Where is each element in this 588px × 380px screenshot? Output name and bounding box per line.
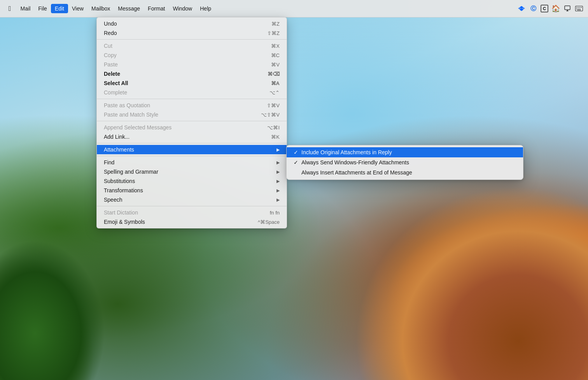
svg-rect-3	[578, 7, 579, 8]
menu-transformations[interactable]: Transformations ▶	[97, 186, 287, 195]
svg-rect-8	[579, 9, 580, 9]
speech-arrow-icon: ▶	[276, 197, 280, 202]
menubar-mail[interactable]: Mail	[17, 4, 35, 13]
svg-rect-5	[581, 7, 582, 8]
menu-delete[interactable]: Delete ⌘⌫	[97, 69, 287, 78]
submenu-windows-friendly[interactable]: ✓ Always Send Windows-Friendly Attachmen…	[287, 157, 523, 167]
menubar-window[interactable]: Window	[169, 4, 196, 13]
menu-paste-quotation[interactable]: Paste as Quotation ⇧⌘V	[97, 101, 287, 110]
menubar-format[interactable]: Format	[144, 4, 169, 13]
substitutions-arrow-icon: ▶	[276, 179, 280, 184]
menu-sep-5	[97, 156, 287, 156]
menubar-edit[interactable]: Edit	[51, 4, 68, 13]
attachments-submenu: ✓ Include Original Attachments in Reply …	[286, 145, 523, 180]
menu-attachments[interactable]: Attachments ▶	[97, 145, 287, 154]
keyboard-icon[interactable]	[575, 4, 583, 13]
apple-menu[interactable]: 	[5, 3, 15, 14]
menu-cut[interactable]: Cut ⌘X	[97, 41, 287, 51]
windows-friendly-checkmark: ✓	[294, 159, 301, 166]
menu-select-all[interactable]: Select All ⌘A	[97, 78, 287, 88]
svg-rect-6	[576, 9, 577, 9]
menu-spelling[interactable]: Spelling and Grammar ▶	[97, 167, 287, 176]
carboncopy-icon[interactable]: C	[541, 5, 548, 12]
menu-sep-4	[97, 143, 287, 143]
spelling-arrow-icon: ▶	[276, 169, 280, 174]
menubar-mailbox[interactable]: Mailbox	[88, 4, 114, 13]
menu-sep-3	[97, 121, 287, 121]
dropbox-icon[interactable]	[517, 4, 526, 13]
menubar-message[interactable]: Message	[114, 4, 144, 13]
menu-substitutions[interactable]: Substitutions ▶	[97, 176, 287, 186]
menu-sep-2	[97, 99, 287, 99]
menu-undo[interactable]: Undo ⌘Z	[97, 19, 287, 28]
menu-emoji[interactable]: Emoji & Symbols ^⌘Space	[97, 217, 287, 227]
menubar-right-icons: Ⓒ C 🏠	[517, 4, 583, 13]
menu-speech[interactable]: Speech ▶	[97, 195, 287, 204]
insert-end-checkmark	[294, 169, 301, 176]
menu-append-messages[interactable]: Append Selected Messages ⌥⌘I	[97, 123, 287, 132]
desktop-background	[0, 0, 588, 380]
svg-rect-2	[576, 7, 577, 8]
menu-paste-match[interactable]: Paste and Match Style ⌥⇧⌘V	[97, 110, 287, 119]
menu-sep-6	[97, 206, 287, 206]
home-icon[interactable]: 🏠	[551, 4, 560, 13]
1password-icon[interactable]: Ⓒ	[529, 4, 537, 13]
svg-rect-1	[576, 6, 583, 11]
menu-add-link[interactable]: Add Link... ⌘K	[97, 132, 287, 141]
svg-rect-4	[579, 7, 580, 8]
submenu-include-original[interactable]: ✓ Include Original Attachments in Reply	[287, 147, 523, 157]
menu-paste[interactable]: Paste ⌘V	[97, 60, 287, 69]
svg-rect-9	[577, 10, 581, 10]
menu-complete[interactable]: Complete ⌥⌃	[97, 88, 287, 97]
menu-sep-1	[97, 39, 287, 40]
menubar-file[interactable]: File	[34, 4, 51, 13]
svg-rect-7	[578, 9, 579, 9]
menu-dictation[interactable]: Start Dictation fn fn	[97, 208, 287, 217]
edit-menu-dropdown: Undo ⌘Z Redo ⇧⌘Z Cut ⌘X Copy ⌘C Paste ⌘V…	[96, 17, 287, 228]
transformations-arrow-icon: ▶	[276, 188, 280, 193]
menu-copy[interactable]: Copy ⌘C	[97, 51, 287, 60]
submenu-insert-end[interactable]: Always Insert Attachments at End of Mess…	[287, 167, 523, 178]
include-original-checkmark: ✓	[294, 149, 301, 155]
find-arrow-icon: ▶	[276, 160, 280, 165]
attachments-arrow-icon: ▶	[276, 147, 280, 152]
menubar:  Mail File Edit View Mailbox Message Fo…	[0, 0, 588, 17]
menubar-view[interactable]: View	[68, 4, 88, 13]
airplay-icon[interactable]	[563, 4, 572, 13]
menu-redo[interactable]: Redo ⇧⌘Z	[97, 28, 287, 38]
menubar-help[interactable]: Help	[196, 4, 215, 13]
svg-rect-0	[565, 6, 570, 10]
menu-find[interactable]: Find ▶	[97, 158, 287, 167]
